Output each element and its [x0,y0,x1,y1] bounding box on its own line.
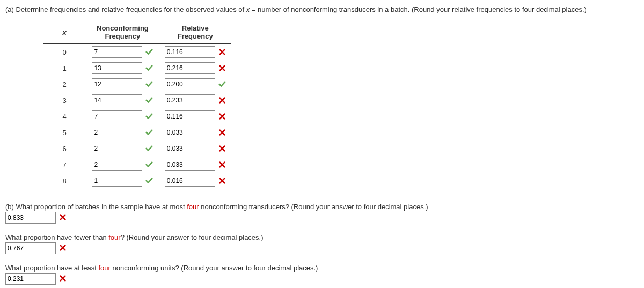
q1-prefix: (b) What proportion of batches in the sa… [5,203,187,211]
table-row: 1 [43,60,231,76]
freq-cell [86,60,159,76]
q2-highlight: four [108,233,120,241]
freq-input[interactable] [92,110,142,122]
x-value: 5 [43,124,86,141]
q1-input[interactable] [5,212,56,224]
cross-icon [59,213,67,221]
relfreq-input[interactable] [165,159,215,171]
q2-prefix: What proportion have fewer than [5,233,108,241]
freq-cell [86,76,159,92]
cross-icon [218,129,226,136]
freq-cell [86,173,159,189]
freq-cell [86,92,159,108]
part-b-q3: What proportion have at least four nonco… [5,264,639,285]
check-icon [145,48,153,56]
header-x: x [43,21,86,44]
q2-mark [59,244,67,253]
table-row: 4 [43,108,231,124]
x-value: 8 [43,173,86,189]
header-relative-line1: Relative [182,24,209,32]
relfreq-cell [159,141,231,157]
q1-mark [59,213,67,223]
relfreq-cell [159,173,231,189]
table-row: 5 [43,124,231,141]
freq-input[interactable] [92,78,142,90]
freq-cell [86,141,159,157]
table-header-row: x Nonconforming Frequency Relative Frequ… [43,21,231,44]
freq-cell [86,124,159,141]
table-row: 6 [43,141,231,157]
x-value: 0 [43,44,86,61]
freq-cell [86,108,159,124]
check-icon [145,145,153,152]
relfreq-cell [159,92,231,108]
x-value: 3 [43,92,86,108]
table-row: 0 [43,44,231,61]
relfreq-cell [159,60,231,76]
relfreq-cell [159,124,231,141]
cross-icon [218,161,226,168]
header-nonconforming-line2: Frequency [105,32,141,40]
cross-icon [59,275,67,282]
relfreq-cell [159,44,231,61]
check-icon [145,97,153,104]
x-value: 4 [43,108,86,124]
freq-input[interactable] [92,62,142,74]
cross-icon [59,244,67,252]
freq-input[interactable] [92,159,142,171]
relfreq-cell [159,157,231,173]
part-a-prompt: (a) Determine frequencies and relative f… [5,5,639,13]
x-value: 1 [43,60,86,76]
part-a-prompt-suffix: = number of nonconforming transducers in… [250,5,587,13]
check-icon [145,113,153,120]
cross-icon [218,97,226,104]
cross-icon [218,48,226,56]
relfreq-input[interactable] [165,62,215,74]
check-icon [145,129,153,136]
check-icon [145,64,153,72]
relfreq-input[interactable] [165,127,215,138]
check-icon [218,80,226,88]
table-row: 8 [43,173,231,189]
relfreq-input[interactable] [165,78,215,90]
table-row: 3 [43,92,231,108]
freq-input[interactable] [92,175,142,187]
relfreq-input[interactable] [165,110,215,122]
freq-input[interactable] [92,127,142,138]
q2-input[interactable] [5,242,56,254]
q3-input[interactable] [5,273,56,285]
relfreq-input[interactable] [165,46,215,58]
header-relative-line2: Frequency [178,32,213,40]
relfreq-cell [159,76,231,92]
q3-highlight: four [98,264,110,272]
q3-suffix: nonconforming units? (Round your answer … [111,264,318,272]
header-relative: Relative Frequency [159,21,231,44]
cross-icon [218,64,226,72]
cross-icon [218,113,226,120]
cross-icon [218,177,226,184]
relfreq-input[interactable] [165,175,215,187]
freq-input[interactable] [92,143,142,154]
header-nonconforming-line1: Nonconforming [97,24,149,32]
table-row: 2 [43,76,231,92]
relfreq-input[interactable] [165,143,215,154]
relfreq-input[interactable] [165,94,215,106]
q1-highlight: four [187,203,199,211]
x-value: 7 [43,157,86,173]
q1-suffix: nonconforming transducers? (Round your a… [199,203,428,211]
freq-cell [86,157,159,173]
header-x-label: x [62,28,66,36]
q3-mark [59,275,67,284]
check-icon [145,161,153,168]
relfreq-cell [159,108,231,124]
part-b-q1: (b) What proportion of batches in the sa… [5,203,639,224]
freq-input[interactable] [92,94,142,106]
header-nonconforming: Nonconforming Frequency [86,21,159,44]
x-value: 2 [43,76,86,92]
check-icon [145,177,153,184]
frequency-table: x Nonconforming Frequency Relative Frequ… [43,21,231,189]
cross-icon [218,145,226,152]
part-a-prompt-prefix: (a) Determine frequencies and relative f… [5,5,246,13]
freq-input[interactable] [92,46,142,58]
q2-suffix: ? (Round your answer to four decimal pla… [121,233,264,241]
